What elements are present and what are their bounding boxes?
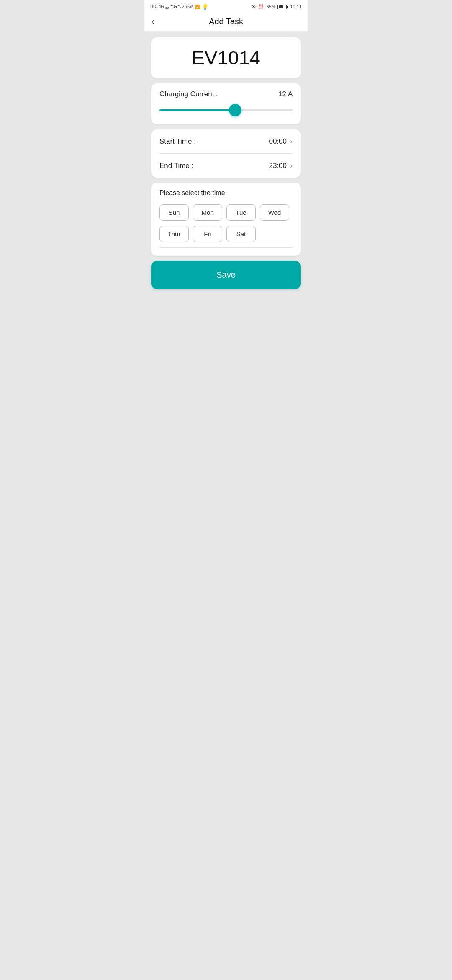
day-button-mon[interactable]: Mon	[193, 204, 222, 221]
start-time-row[interactable]: Start Time : 00:00 ›	[159, 129, 293, 154]
start-time-label: Start Time :	[159, 137, 196, 146]
day-button-tue[interactable]: Tue	[226, 204, 256, 221]
nav-bar: ‹ Add Task	[144, 13, 308, 31]
charging-slider-container[interactable]	[159, 104, 293, 116]
day-selector-card: Please select the time Sun Mon Tue Wed T…	[151, 183, 301, 256]
day-row-1: Sun Mon Tue Wed	[159, 204, 293, 221]
page-title: Add Task	[209, 17, 243, 26]
day-button-sun[interactable]: Sun	[159, 204, 189, 221]
wifi-icon: 📶	[195, 5, 200, 9]
ev-id-card: EV1014	[151, 37, 301, 78]
eye-icon: 👁	[252, 4, 256, 9]
battery-percent: 65%	[266, 4, 275, 9]
slider-thumb[interactable]	[229, 104, 241, 116]
notification-icon: 💡	[202, 4, 208, 10]
day-button-sat[interactable]: Sat	[226, 226, 256, 242]
day-row-2: Thur Fri Sat	[159, 226, 293, 242]
network-info: HD1 4GHD2 𝄻𝄻 4G 𝄻𝄻 ≈ 2.7K/s	[150, 4, 193, 10]
content-area: EV1014 Charging Current : 12 A Start Tim…	[144, 31, 308, 324]
end-time-row[interactable]: End Time : 23:00 ›	[159, 154, 293, 178]
ev-id-label: EV1014	[192, 47, 260, 69]
bottom-space	[144, 324, 308, 353]
end-time-value: 23:00	[269, 162, 287, 170]
start-time-value-group: 00:00 ›	[269, 137, 293, 146]
status-right: 👁 ⏰ 65% 10:11	[252, 4, 302, 10]
slider-track	[159, 109, 293, 111]
slider-fill	[159, 109, 235, 111]
end-time-value-group: 23:00 ›	[269, 161, 293, 170]
day-button-wed[interactable]: Wed	[260, 204, 289, 221]
battery-icon	[277, 5, 288, 9]
charging-current-value: 12 A	[278, 90, 293, 98]
save-button[interactable]: Save	[151, 261, 301, 289]
start-time-value: 00:00	[269, 137, 287, 146]
back-button[interactable]: ‹	[151, 17, 154, 26]
end-time-label: End Time :	[159, 162, 193, 170]
day-button-thur[interactable]: Thur	[159, 226, 189, 242]
day-select-label: Please select the time	[159, 189, 293, 197]
status-bar: HD1 4GHD2 𝄻𝄻 4G 𝄻𝄻 ≈ 2.7K/s 📶 💡 👁 ⏰ 65% …	[144, 0, 308, 13]
time-card: Start Time : 00:00 › End Time : 23:00 ›	[151, 129, 301, 178]
day-button-fri[interactable]: Fri	[193, 226, 222, 242]
status-left: HD1 4GHD2 𝄻𝄻 4G 𝄻𝄻 ≈ 2.7K/s 📶 💡	[150, 4, 208, 10]
start-time-chevron: ›	[290, 137, 293, 146]
charging-current-card: Charging Current : 12 A	[151, 83, 301, 124]
alarm-icon: ⏰	[258, 4, 264, 10]
end-time-chevron: ›	[290, 161, 293, 170]
time-display: 10:11	[290, 4, 302, 9]
charging-current-label: Charging Current :	[159, 90, 218, 98]
